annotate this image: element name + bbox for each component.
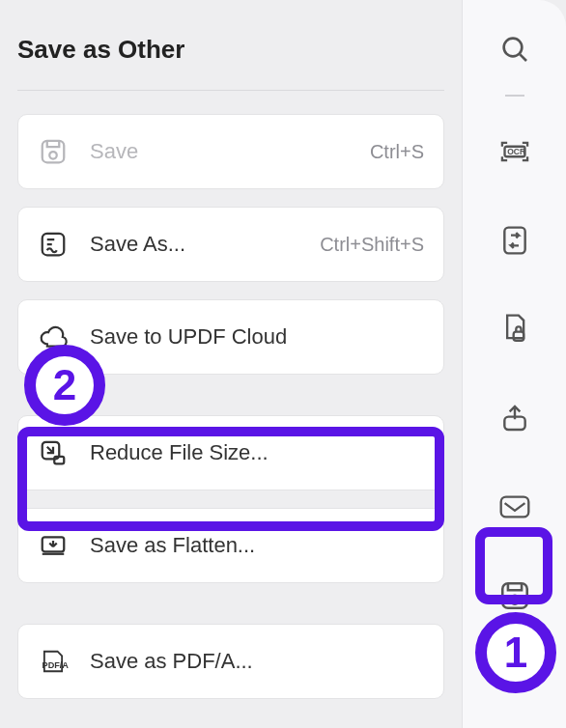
item-label: Save as PDF/A...: [90, 649, 424, 674]
svg-point-1: [49, 152, 57, 159]
svg-text:PDF/A: PDF/A: [42, 660, 69, 670]
save-disk-icon: [38, 136, 69, 167]
mail-tool[interactable]: [495, 487, 535, 527]
svg-point-7: [503, 39, 522, 57]
svg-text:OCR: OCR: [507, 147, 525, 156]
ocr-tool[interactable]: OCR: [495, 131, 535, 172]
protect-tool[interactable]: [495, 309, 535, 350]
panel-title: Save as Other: [17, 35, 444, 65]
save-to-cloud-item[interactable]: Save to UPDF Cloud: [17, 299, 444, 375]
right-toolbar: OCR: [462, 0, 566, 728]
convert-tool[interactable]: [495, 220, 535, 261]
item-label: Save As...: [90, 232, 320, 257]
item-label: Save: [90, 139, 370, 164]
item-label: Reduce File Size...: [90, 440, 424, 465]
item-shortcut: Ctrl+Shift+S: [320, 234, 424, 256]
save-as-pdfa-item[interactable]: PDF/A Save as PDF/A...: [17, 624, 444, 699]
flatten-icon: [38, 530, 69, 561]
save-as-item[interactable]: Save As... Ctrl+Shift+S: [17, 207, 444, 282]
save-item[interactable]: Save Ctrl+S: [17, 114, 444, 189]
reduce-file-size-item[interactable]: Reduce File Size...: [17, 415, 444, 490]
divider: [17, 90, 444, 91]
save-as-flatten-item[interactable]: Save as Flatten...: [17, 508, 444, 583]
svg-rect-11: [513, 332, 523, 341]
more-tool[interactable]: [495, 643, 535, 684]
item-label: Save to UPDF Cloud: [90, 324, 424, 350]
item-shortcut: Ctrl+S: [370, 141, 424, 163]
toolbar-divider: [505, 95, 524, 97]
cloud-icon: [38, 322, 69, 352]
svg-rect-13: [500, 497, 528, 518]
compress-icon: [38, 437, 69, 468]
share-tool[interactable]: [495, 398, 535, 438]
item-label: Save as Flatten...: [90, 533, 424, 558]
save-as-other-panel: Save as Other Save Ctrl+S Save As... Ctr…: [0, 0, 462, 728]
search-tool[interactable]: [495, 29, 535, 70]
save-tool[interactable]: [495, 575, 535, 616]
svg-rect-10: [504, 228, 524, 254]
svg-point-16: [503, 658, 525, 670]
svg-point-15: [510, 596, 519, 604]
pdfa-icon: PDF/A: [38, 646, 69, 677]
save-as-icon: [38, 229, 69, 260]
svg-rect-4: [54, 457, 64, 464]
